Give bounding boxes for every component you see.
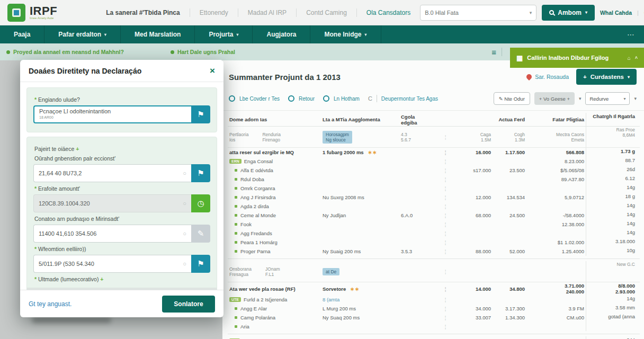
table-row[interactable]: Rdul Doba¦89.A37.806.12 bbox=[228, 175, 640, 184]
schedule-link[interactable]: 8 (amta bbox=[323, 297, 339, 302]
row-name-cell: atta reser sul ezrgibr ie MQ bbox=[228, 149, 321, 156]
table-row[interactable]: Fook¦12.38.00014g bbox=[228, 220, 640, 229]
status-chip[interactable]: HorosagpmNg slouce bbox=[323, 131, 352, 144]
column-divider: ¦ bbox=[432, 149, 459, 156]
field-value: Pcnaçoe Ll odoltenintantion18 AR00 bbox=[39, 109, 111, 120]
table-row[interactable]: Ata wer vede pla rosae (RF)Sorvetore∗∗¦1… bbox=[228, 282, 640, 295]
flag-button[interactable]: ⚑ bbox=[191, 164, 210, 182]
field-value-text: 5/011.9P (530 54.340 bbox=[39, 261, 94, 267]
close-icon[interactable]: × bbox=[210, 66, 215, 75]
required-marker: * bbox=[34, 96, 38, 103]
status-chip[interactable]: at De bbox=[323, 268, 339, 275]
row-price-cell: 89.A37.80 bbox=[526, 176, 586, 183]
row-weight-cell: gotad (anna bbox=[586, 313, 637, 322]
field-input[interactable]: 120C8.39.1004.320○ bbox=[33, 194, 191, 212]
toolbar-link[interactable]: Deupermontur Tes Agas bbox=[381, 96, 438, 102]
top-menu-item[interactable]: Ettonendy bbox=[190, 9, 238, 16]
table-row[interactable]: Ceme al MondeNy Judljan6.A.0¦68.00024.50… bbox=[228, 211, 640, 220]
top-link-1[interactable]: Whal Cahda bbox=[600, 10, 632, 16]
clear-circle-icon[interactable]: ○ bbox=[183, 230, 186, 237]
column-sort-pair[interactable]: JOnamF.L1 bbox=[265, 266, 280, 277]
app-logo[interactable]: IRPF Imee Amety Aute bbox=[0, 4, 65, 22]
collection-banner[interactable]: ▦ Callirin Inalbon Dibdur Fgilog ⌂ ˄ bbox=[510, 48, 644, 68]
radio-button[interactable] bbox=[229, 95, 235, 102]
clear-circle-icon[interactable]: ○ bbox=[183, 170, 186, 176]
table-row[interactable]: ERNEnga Consal¦8.23.00088.7 bbox=[228, 157, 640, 166]
search-button[interactable]: Ambom ▾ bbox=[542, 5, 595, 21]
nav-item[interactable]: Mone Inidge▾ bbox=[310, 25, 381, 43]
row-price-cell bbox=[526, 326, 586, 327]
edit-columns-button[interactable]: ✎ Nte Odur bbox=[494, 92, 530, 105]
clear-circle-icon[interactable]: ○ bbox=[183, 261, 186, 267]
radio-button[interactable] bbox=[288, 95, 294, 102]
nav-item[interactable]: Projurta▾ bbox=[195, 25, 253, 43]
flag-button[interactable]: ⚑ bbox=[191, 255, 210, 273]
table-row[interactable]: Angg E AlarL Murg 200 ms¦34.0003.17.3003… bbox=[228, 304, 640, 313]
chevron-down-icon: ▾ bbox=[628, 75, 630, 79]
field-input[interactable]: 11400 41,610 354.506○ bbox=[33, 225, 191, 243]
clock-button[interactable]: ◷ bbox=[191, 194, 210, 212]
column-sort-pair[interactable]: OnsboranaFresagua bbox=[229, 266, 252, 277]
chevron-down-icon[interactable]: ▾ bbox=[579, 96, 582, 101]
table-row[interactable]: Ang J FirsirsdraNu Suxrg 2008 ms¦12.0001… bbox=[228, 193, 640, 202]
nav-item[interactable]: Pafar erdalton▾ bbox=[44, 25, 121, 43]
row-name: Rdul Doba bbox=[240, 176, 264, 182]
pencil-button[interactable]: ✎ bbox=[191, 225, 210, 243]
table-row[interactable]: Agg Fredands¦14g bbox=[228, 229, 640, 238]
nav-item[interactable]: Paaja bbox=[0, 25, 44, 43]
top-menu-item[interactable]: Madad Al IRP bbox=[238, 9, 296, 16]
strip-mid-link[interactable]: Hart Dale ugns Prahal bbox=[177, 49, 235, 55]
top-menu-item[interactable]: Ola Cansdators bbox=[357, 9, 420, 16]
chevron-down-icon[interactable]: ▾ bbox=[634, 96, 637, 101]
nav-item[interactable]: Augjatora bbox=[253, 25, 310, 43]
add-button[interactable]: + Curdastens ▾ bbox=[576, 69, 637, 85]
table-row[interactable]: UTEFurld a 2 Is(jerenda8 (amta¦14g bbox=[228, 295, 640, 304]
row-weight-cell: 044 bbox=[586, 336, 637, 339]
table-row[interactable]: CWCawn Ba WarekNu tdl/d5.6.2¦A.000134.50… bbox=[228, 336, 640, 339]
table-row[interactable]: Peara 1 Homárg¦$1 1.02.0003.18.000 bbox=[228, 238, 640, 247]
table-row[interactable]: Agda 2 dirda¦14g bbox=[228, 202, 640, 211]
sort-select[interactable]: Redurve▾ bbox=[585, 92, 630, 105]
nav-item-label: Med Marslation bbox=[135, 31, 181, 38]
table-row[interactable]: atta reser sul ezrgibr ie MQ1 fubarg 200… bbox=[228, 148, 640, 157]
table-row[interactable]: Aria¦ bbox=[228, 322, 640, 331]
top-menu-item[interactable]: La saneral #'Tbida Pinca bbox=[96, 9, 190, 16]
cell-line: 3.18.000 bbox=[588, 238, 635, 244]
field-input[interactable]: Pcnaçoe Ll odoltenintantion18 AR00 bbox=[33, 105, 191, 123]
top-menu: La saneral #'Tbida PincaEttonendyMadad A… bbox=[96, 8, 420, 17]
row-num-cell: 3.17.300 bbox=[493, 305, 526, 312]
radio-button[interactable] bbox=[323, 95, 329, 102]
table-row[interactable]: Omrk Corganra¦14g bbox=[228, 184, 640, 193]
flag-button[interactable]: ⚑ bbox=[191, 105, 210, 123]
scope-select[interactable]: B.0 Hlal Fata ▾ bbox=[420, 5, 536, 21]
more-icon[interactable]: ⋯ bbox=[618, 25, 644, 43]
cell-line: 6.12 bbox=[588, 175, 635, 181]
field-input[interactable]: 5/011.9P (530 54.340○ bbox=[33, 255, 191, 273]
modal-secondary-link[interactable]: Gt tey anguast. bbox=[29, 300, 71, 308]
field-input[interactable]: 21,64 40 8U73,2○ bbox=[33, 164, 191, 182]
row-name-cell: Camg Polarána bbox=[228, 314, 321, 321]
flag-icon: ⚑ bbox=[197, 110, 204, 119]
strip-left-link[interactable]: Proyed ala annael em neansd nd Mahhnl? bbox=[13, 49, 124, 55]
field-value: 120C8.39.1004.320 bbox=[39, 201, 90, 207]
table-row[interactable]: Alfa E odévtda¦s17.00023.500$/5.065/0826… bbox=[228, 166, 640, 175]
table-row[interactable]: Proger ParnaNy Suaig 200 ms3.5.3¦88.0005… bbox=[228, 247, 640, 256]
subheader-chip-cell: at De bbox=[321, 267, 399, 276]
row-schedule-cell bbox=[321, 170, 399, 171]
column-sort-pair[interactable]: PertlaoriaIos bbox=[229, 132, 248, 142]
column-sort-pair[interactable]: RenduriaFirenago bbox=[262, 132, 281, 142]
refresh-icon[interactable]: C bbox=[368, 95, 372, 102]
column-divider: ¦ bbox=[432, 185, 459, 192]
view-group-button[interactable]: + Vo Geese + bbox=[534, 92, 575, 105]
row-schedule-cell: 8 (amta bbox=[321, 296, 399, 303]
top-menu-item[interactable]: Contd Caming bbox=[297, 9, 356, 16]
row-name-cell: Ceme al Monde bbox=[228, 212, 321, 219]
nav-item[interactable]: Med Marslation bbox=[121, 25, 195, 43]
row-num-cell: 1.17.500 bbox=[493, 149, 526, 156]
submit-button[interactable]: Sonlatore bbox=[162, 296, 215, 313]
hamburger-icon[interactable]: ≡ bbox=[491, 48, 496, 57]
field-input-row: 11400 41,610 354.506○✎ bbox=[33, 225, 210, 243]
table-row[interactable]: Camg PolaránaNy Suaq 200 ms¦33.0071.34.3… bbox=[228, 313, 640, 322]
clear-circle-icon[interactable]: ○ bbox=[183, 200, 186, 207]
location-link[interactable]: Sar. Rosauda bbox=[535, 74, 569, 80]
